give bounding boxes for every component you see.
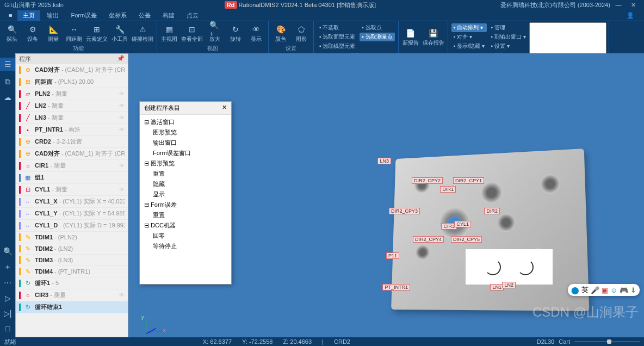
ribbon-btn[interactable]: 🔍+放大 — [205, 22, 225, 45]
create-program-popup: 创建程序条目 ✕ ⊟ 激活窗口图形预览输出窗口Form误差窗口⊟ 图形预览重置隐… — [139, 101, 232, 285]
tree-node[interactable]: 隐藏 — [144, 179, 227, 189]
tab-tol[interactable]: 公差 — [133, 10, 156, 21]
title-bar: G:\山涧果子 2025.ksln Rd RationalDMIS2 V2024… — [0, 0, 644, 10]
program-item[interactable]: ↔CYL1_Y - (CYL1) 实际 Y = 54.9853 — [16, 208, 128, 220]
program-item[interactable]: ✎TDIM1 - (PLN2) — [16, 232, 128, 243]
tag[interactable]: DIR2_CPY2 — [412, 177, 443, 184]
program-item[interactable]: ○CIR1 - 测量👁 — [16, 160, 128, 172]
popup-tree[interactable]: ⊟ 激活窗口图形预览输出窗口Form误差窗口⊟ 图形预览重置隐藏显示⊟ Form… — [140, 115, 231, 284]
tree-node[interactable]: ⊟ 图形预览 — [144, 158, 227, 169]
tree-node[interactable]: 重置 — [144, 210, 227, 220]
panel-pin-icon[interactable]: 📌 — [117, 55, 125, 63]
help-icon[interactable]: 👤 — [621, 11, 640, 20]
ribbon-btn[interactable]: 📐测量 — [44, 22, 63, 45]
program-item[interactable]: ╱LN3 - 测量👁 — [16, 112, 128, 124]
sidebar-dots-icon[interactable]: ⋯ — [4, 279, 11, 287]
program-item[interactable]: ⊞间距面 - (PLN1) 20.00 — [16, 76, 128, 88]
tag[interactable]: DIR2_CPY3 — [389, 208, 420, 214]
tree-node[interactable]: 回零 — [144, 231, 227, 241]
popup-title: 创建程序条目 — [144, 104, 180, 112]
tag[interactable]: LN1 — [490, 284, 504, 291]
status-coords: X: 62.6377 Y: -72.2558 Z: 20.4663 | CRD2 — [199, 338, 355, 345]
close-button[interactable]: ✕ — [627, 2, 640, 9]
program-item[interactable]: ⊕CRD2 - 3-2-1设置 — [16, 136, 128, 148]
ribbon-btn[interactable]: ⚠碰撞检测 — [131, 22, 154, 45]
minimize-button[interactable]: — — [612, 2, 625, 8]
title-right: 爱科腾瑞科技(北京)有限公司 (2003-2024) — ✕ — [487, 1, 640, 9]
ribbon-btn[interactable]: ⊡查看全部 — [180, 22, 204, 45]
hamburger-icon[interactable]: ≡ — [4, 12, 16, 18]
tree-node[interactable]: 输出窗口 — [144, 138, 227, 148]
tree-node[interactable]: 重置 — [144, 169, 227, 179]
program-item[interactable]: ╱LN2 - 测量👁 — [16, 100, 128, 112]
ribbon-btn[interactable]: 📄新报告 — [401, 22, 420, 52]
tag[interactable]: P11 — [386, 252, 399, 259]
program-item[interactable]: ↻循环结束1 — [16, 301, 128, 313]
left-sidebar: ☰ ⧉ ☁ 🔍 ＋ ⋯ ▷ ▷| □ — [0, 53, 15, 337]
sidebar-play-icon[interactable]: ▷ — [5, 294, 11, 302]
ribbon-btn[interactable]: ⚙设备 — [23, 22, 42, 45]
ribbon-btn[interactable]: 👁显示 — [246, 22, 266, 45]
ribbon-btn[interactable]: ⬠图形 — [292, 22, 311, 45]
ribbon-btn[interactable]: 💾保存报告 — [422, 22, 445, 52]
program-item[interactable]: ↻循环1 - 5 — [16, 277, 128, 289]
popup-close-icon[interactable]: ✕ — [222, 104, 227, 112]
viewport-3d[interactable]: 创建程序条目 ✕ ⊟ 激活窗口图形预览输出窗口Form误差窗口⊟ 图形预览重置隐… — [128, 53, 644, 337]
tree-node[interactable]: ⊟ DCC机器 — [144, 220, 227, 231]
tag[interactable]: CYL1 — [454, 221, 471, 227]
tree-node[interactable]: ⊟ Form误差 — [144, 200, 227, 210]
program-panel: 程序 📌 ⊕CAD对齐 - (CADM_1) 对齐于 (CRD1)⊞间距面 - … — [15, 53, 128, 337]
ribbon-btn[interactable]: 🎨颜色 — [271, 22, 290, 45]
tag[interactable]: DIR1 — [440, 186, 456, 193]
tab-coord[interactable]: 坐标系 — [103, 10, 132, 21]
tab-output[interactable]: 输出 — [41, 10, 64, 21]
program-item[interactable]: ↔CYL1_X - (CYL1) 实际 X = 40.0223 — [16, 196, 128, 208]
ribbon-btn[interactable]: ⊞元素定义 — [85, 22, 109, 45]
program-item[interactable]: ↔CYL1_D - (CYL1) 实际 D = 19.9929 — [16, 220, 128, 232]
program-item[interactable]: ○CIR3 - 测量👁 — [16, 289, 128, 301]
tag[interactable]: DIR2_CPY4 — [413, 236, 444, 243]
sidebar-search-icon[interactable]: 🔍 — [3, 247, 13, 256]
tab-build[interactable]: 构建 — [157, 10, 180, 21]
group-label: 功能 — [2, 45, 154, 52]
sidebar-cloud-icon[interactable]: ☁ — [4, 93, 11, 102]
sidebar-stop-icon[interactable]: □ — [5, 324, 10, 333]
program-item[interactable]: ⊕CAD对齐 - (CADM_1) 对齐于 (CRD1) — [16, 64, 128, 76]
tree-node[interactable]: Form误差窗口 — [144, 148, 227, 158]
program-item[interactable]: ▦组1 — [16, 172, 128, 184]
tag[interactable]: DIR2_CPY5 — [451, 236, 482, 243]
ribbon-btn[interactable]: ↻旋转 — [226, 22, 245, 45]
tag[interactable]: DIR2_CPY1 — [453, 177, 484, 184]
tree-node[interactable]: ⊟ 激活窗口 — [144, 117, 227, 127]
program-item[interactable]: ⊡CYL1 - 测量👁 — [16, 184, 128, 196]
ribbon-btn[interactable]: ▦主视图 — [159, 22, 179, 45]
program-item[interactable]: ✎TDIM3 - (LN3) — [16, 255, 128, 266]
program-item[interactable]: ▱PLN2 - 测量👁 — [16, 88, 128, 100]
app-title: Rd RationalDMIS2 V2024.1 Beta 04301 [非销售… — [113, 1, 487, 9]
zoom-slider[interactable] — [574, 341, 640, 342]
tag[interactable]: DIR2 — [484, 208, 500, 214]
program-item[interactable]: •PT_INTR1 - 构造👁 — [16, 124, 128, 136]
ribbon-btn[interactable]: 🔍探头 — [2, 22, 22, 45]
tree-node[interactable]: 显示 — [144, 189, 227, 200]
tree-node[interactable]: 图形预览 — [144, 127, 227, 138]
sidebar-program-icon[interactable]: ☰ — [0, 58, 15, 71]
tag[interactable]: LN3 — [377, 158, 391, 164]
tab-cloud[interactable]: 点云 — [181, 10, 204, 21]
tab-form[interactable]: Form误差 — [65, 10, 102, 21]
white-overlay — [466, 249, 553, 285]
sidebar-tree-icon[interactable]: ⧉ — [5, 77, 10, 86]
tree-node[interactable]: 等待停止 — [144, 241, 227, 251]
tag[interactable]: PT_INTR1 — [382, 284, 410, 291]
program-list[interactable]: ⊕CAD对齐 - (CADM_1) 对齐于 (CRD1)⊞间距面 - (PLN1… — [16, 64, 128, 337]
sidebar-add-icon[interactable]: ＋ — [4, 262, 11, 272]
program-item[interactable]: ⊕CAD对齐 - (CADM_1) 对齐于 (CRD2) — [16, 148, 128, 160]
program-item[interactable]: ✎TDIM2 - (LN2) — [16, 243, 128, 255]
ime-toolbar[interactable]: ⬤英🎤▣☺🎮⬇ — [568, 284, 640, 296]
ribbon-btn[interactable]: 🔧小工具 — [110, 22, 129, 45]
tab-home[interactable]: 主页 — [17, 10, 40, 21]
sidebar-step-icon[interactable]: ▷| — [4, 309, 12, 318]
tag[interactable]: LN2 — [502, 282, 516, 288]
ribbon-btn[interactable]: ↔间距测 — [64, 22, 84, 45]
program-item[interactable]: ✎TDIM4 - (PT_INTR1) — [16, 266, 128, 277]
